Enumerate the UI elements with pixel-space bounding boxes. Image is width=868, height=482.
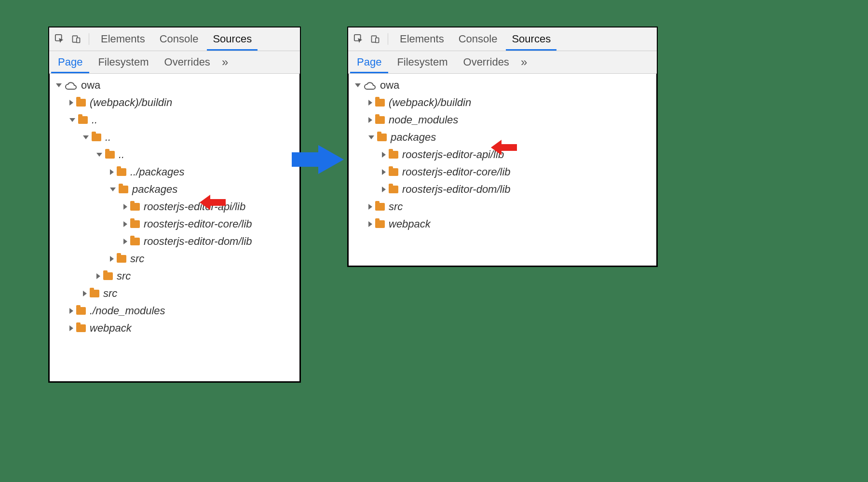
tree-root[interactable]: owa [49, 77, 300, 94]
tree-item[interactable]: (webpack)/buildin [49, 94, 300, 111]
tree-item[interactable]: roosterjs-editor-core/lib [348, 163, 657, 181]
chevron-right-icon [69, 100, 73, 106]
tree-root-label: owa [81, 79, 100, 92]
tree-item[interactable]: src [348, 198, 657, 215]
chevron-right-icon [382, 187, 386, 192]
subtab-overrides[interactable]: Overrides [158, 51, 217, 73]
chevron-right-icon [69, 308, 73, 314]
separator [388, 33, 388, 45]
subtab-filesystem[interactable]: Filesystem [91, 51, 155, 73]
cloud-icon [65, 81, 77, 90]
tab-sources[interactable]: Sources [506, 27, 556, 51]
chevron-right-icon [96, 273, 100, 279]
chevron-right-icon [123, 239, 127, 244]
svg-marker-7 [200, 195, 226, 210]
tree-item[interactable]: src [49, 268, 300, 285]
sources-tree-after: owa (webpack)/buildin node_modules packa… [348, 74, 657, 266]
tree-item[interactable]: webpack [49, 320, 300, 337]
tree-item-label: src [130, 253, 144, 265]
top-tabs: Elements Console Sources [348, 27, 657, 51]
chevron-down-icon [83, 135, 89, 139]
folder-icon [117, 255, 126, 263]
chevron-right-icon [69, 325, 73, 331]
tree-item-label: roosterjs-editor-api/lib [402, 148, 504, 161]
folder-icon [375, 220, 385, 228]
folder-icon [375, 116, 385, 124]
chevron-right-icon [382, 152, 386, 158]
more-tabs-chevron-icon[interactable]: » [219, 55, 231, 69]
folder-icon [130, 220, 140, 228]
tree-item-label: packages [391, 131, 436, 144]
subtab-page[interactable]: Page [51, 51, 89, 73]
subtab-page[interactable]: Page [350, 51, 388, 73]
tree-item-label: node_modules [389, 114, 458, 126]
device-toggle-icon[interactable] [69, 32, 83, 46]
tree-item[interactable]: .. [49, 146, 300, 163]
tree-item-label: roosterjs-editor-core/lib [402, 166, 511, 178]
highlight-arrow-right-icon [490, 139, 517, 156]
tree-item-label: src [117, 270, 131, 282]
tab-console[interactable]: Console [453, 27, 503, 51]
device-toggle-icon[interactable] [368, 32, 382, 46]
chevron-down-icon [69, 118, 75, 122]
subtab-overrides[interactable]: Overrides [457, 51, 516, 73]
folder-icon [377, 134, 387, 141]
tree-item[interactable]: roosterjs-editor-dom/lib [49, 233, 300, 250]
svg-marker-8 [491, 140, 517, 155]
tab-elements[interactable]: Elements [394, 27, 450, 51]
tree-item-label: src [103, 287, 117, 300]
tree-item-label: roosterjs-editor-api/lib [144, 201, 245, 213]
tree-item-label: .. [92, 114, 97, 126]
chevron-down-icon [110, 187, 116, 191]
subtab-filesystem[interactable]: Filesystem [390, 51, 454, 73]
tree-item[interactable]: roosterjs-editor-core/lib [49, 215, 300, 233]
tree-item[interactable]: roosterjs-editor-dom/lib [348, 181, 657, 198]
folder-icon [130, 238, 140, 245]
tree-item[interactable]: src [49, 285, 300, 302]
svg-marker-6 [292, 145, 344, 174]
tab-elements[interactable]: Elements [95, 27, 151, 51]
chevron-down-icon [56, 83, 62, 87]
folder-icon [76, 99, 86, 107]
chevron-right-icon [123, 204, 127, 210]
inspect-element-icon[interactable] [352, 32, 366, 46]
tree-item[interactable]: src [49, 250, 300, 268]
tree-item[interactable]: roosterjs-editor-api/lib [49, 198, 300, 215]
tree-item-packages[interactable]: packages [49, 181, 300, 198]
tree-item[interactable]: webpack [348, 215, 657, 233]
tree-item[interactable]: ./node_modules [49, 302, 300, 320]
tree-item-label: (webpack)/buildin [389, 96, 471, 109]
tree-item[interactable]: (webpack)/buildin [348, 94, 657, 111]
chevron-right-icon [123, 221, 127, 227]
tree-item-label: roosterjs-editor-core/lib [144, 218, 252, 230]
tree-item[interactable]: .. [49, 111, 300, 129]
folder-icon [76, 307, 86, 315]
folder-icon [389, 168, 398, 176]
inspect-element-icon[interactable] [53, 32, 67, 46]
chevron-down-icon [355, 83, 361, 87]
more-tabs-chevron-icon[interactable]: » [518, 55, 530, 69]
tree-item-label: src [389, 201, 403, 213]
folder-icon [78, 116, 88, 124]
tree-root[interactable]: owa [348, 77, 657, 94]
tree-item[interactable]: .. [49, 129, 300, 146]
svg-rect-2 [77, 38, 80, 43]
tab-console[interactable]: Console [154, 27, 204, 51]
tree-item[interactable]: node_modules [348, 111, 657, 129]
tree-item-label: webpack [90, 322, 132, 335]
tree-item-label: packages [132, 183, 177, 196]
chevron-right-icon [83, 291, 87, 296]
tree-item-label: roosterjs-editor-dom/lib [144, 235, 252, 248]
tab-sources[interactable]: Sources [207, 27, 258, 51]
sources-tree-before: owa (webpack)/buildin .. .. .. [49, 74, 300, 382]
chevron-right-icon [382, 169, 386, 175]
folder-icon [119, 186, 128, 193]
chevron-right-icon [368, 100, 372, 106]
folder-icon [76, 324, 86, 332]
tree-item[interactable]: ../packages [49, 163, 300, 181]
transition-arrow-icon [292, 143, 345, 176]
tree-item-label: .. [105, 131, 111, 144]
chevron-right-icon [368, 221, 372, 227]
highlight-arrow-left-icon [199, 194, 226, 211]
tree-item-label: ../packages [130, 166, 185, 178]
